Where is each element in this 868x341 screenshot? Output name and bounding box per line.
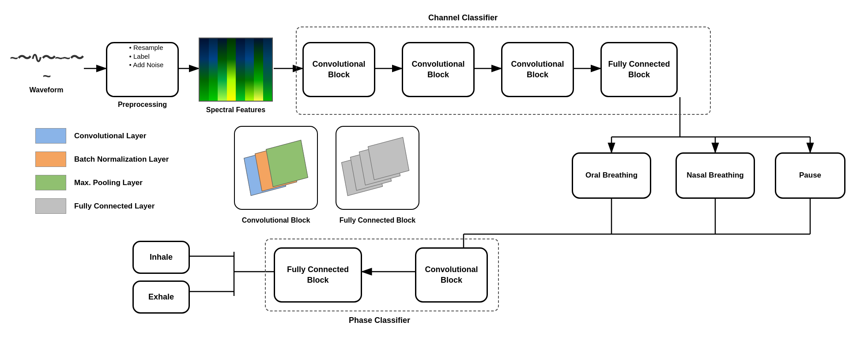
fc-top-block: Fully Connected Block — [600, 42, 678, 97]
bn-layer-swatch — [35, 152, 66, 167]
phase-classifier-label: Phase Classifier — [349, 316, 410, 325]
channel-classifier-label: Channel Classifier — [428, 13, 498, 23]
conv-block-illustration-label: Convolutional Block — [234, 216, 318, 224]
spectral-features — [199, 38, 273, 102]
conv-block-2: Convolutional Block — [402, 42, 475, 97]
conv-block-3: Convolutional Block — [501, 42, 574, 97]
pool-layer-label: Max. Pooling Layer — [74, 178, 143, 187]
waveform-text: Waveform — [9, 86, 84, 94]
fc-phase-block: Fully Connected Block — [274, 247, 362, 303]
exhale-block: Exhale — [132, 280, 190, 314]
fc-layer-swatch — [35, 198, 66, 214]
fc-block-illustration-label: Fully Connected Block — [336, 216, 419, 224]
pool-layer-swatch — [35, 175, 66, 190]
preprocessing-block: • Resample • Label • Add Noise — [106, 42, 179, 97]
conv-block-1: Convolutional Block — [302, 42, 375, 97]
legend: Convolutional Layer Batch Normalization … — [35, 128, 221, 222]
bn-layer-label: Batch Normalization Layer — [74, 155, 169, 164]
conv-phase-block: Convolutional Block — [415, 247, 488, 303]
fc-block-illustration — [336, 126, 419, 210]
waveform-label: ~〜∿〜~~〜~ Waveform — [9, 49, 84, 94]
conv-layer-label: Convolutional Layer — [74, 132, 146, 140]
conv-layer-swatch — [35, 128, 66, 144]
spectral-features-label: Spectral Features — [199, 106, 273, 114]
oral-breathing-block: Oral Breathing — [572, 152, 651, 199]
preprocessing-label: Preprocessing — [106, 101, 179, 109]
fc-layer-label: Fully Connected Layer — [74, 202, 155, 211]
inhale-block: Inhale — [132, 241, 190, 274]
pause-block: Pause — [775, 152, 845, 199]
nasal-breathing-block: Nasal Breathing — [676, 152, 755, 199]
conv-block-illustration — [234, 126, 318, 210]
